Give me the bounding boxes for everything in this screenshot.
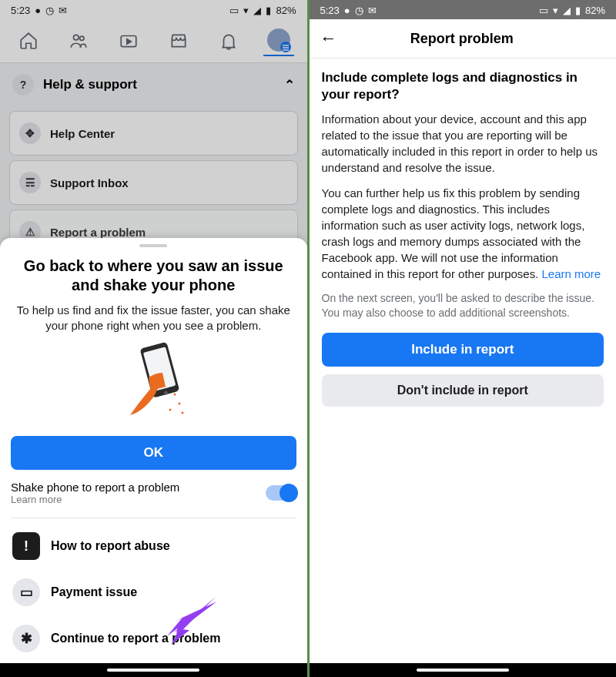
- report-bottom-sheet: Go back to where you saw an issue and sh…: [0, 238, 307, 677]
- chat-icon: ●: [344, 5, 350, 16]
- alert-square-icon: !: [12, 532, 40, 560]
- help-center-label: Help Center: [50, 127, 115, 140]
- home-tab-icon[interactable]: [13, 25, 44, 56]
- svg-point-0: [73, 35, 79, 40]
- sheet-title: Go back to where you saw an issue and sh…: [0, 253, 307, 298]
- card-icon: ▭: [12, 578, 40, 606]
- clock-icon: ◷: [45, 5, 54, 16]
- shake-toggle-label: Shake phone to report a problem: [11, 481, 179, 494]
- lifebuoy-icon: ✥: [19, 122, 41, 144]
- svg-point-12: [179, 403, 181, 405]
- notifications-tab-icon[interactable]: [213, 25, 244, 56]
- question-icon: ?: [12, 74, 34, 96]
- how-to-report-abuse-row[interactable]: ! How to report abuse: [0, 523, 307, 569]
- abuse-label: How to report abuse: [51, 539, 170, 553]
- continue-report-row[interactable]: ✱ Continue to report a problem: [0, 615, 307, 662]
- gesture-bar[interactable]: [310, 663, 617, 677]
- shake-toggle-row[interactable]: Shake phone to report a problem Learn mo…: [0, 478, 307, 513]
- shake-phone-illustration: [107, 342, 199, 427]
- facebook-tabbar: [0, 19, 307, 63]
- help-center-row[interactable]: ✥ Help Center: [9, 111, 298, 156]
- svg-point-14: [182, 412, 184, 414]
- support-inbox-row[interactable]: ☴ Support Inbox: [9, 160, 298, 205]
- chevron-up-icon: ⌃: [284, 77, 295, 93]
- status-bar: 5:23 ● ◷ ✉ ▭ ▾ ◢ ▮ 82%: [310, 0, 617, 19]
- report-problem-label: Report a problem: [50, 226, 146, 239]
- friends-tab-icon[interactable]: [63, 25, 94, 56]
- chat-icon: ●: [35, 5, 41, 16]
- svg-point-11: [174, 394, 176, 396]
- continue-label: Continue to report a problem: [51, 632, 220, 645]
- watch-tab-icon[interactable]: [113, 25, 144, 56]
- include-logs-heading: Include complete logs and diagnostics in…: [322, 69, 604, 103]
- vibrate-icon: ▭: [229, 5, 239, 16]
- include-in-report-button[interactable]: Include in report: [322, 333, 604, 367]
- menu-tab-icon[interactable]: [263, 25, 294, 56]
- info-paragraph-1: Information about your device, account a…: [322, 111, 604, 176]
- report-header-title: Report problem: [319, 31, 606, 47]
- status-time: 5:23: [11, 5, 30, 16]
- next-screen-hint: On the next screen, you'll be asked to d…: [322, 291, 604, 320]
- mail-icon: ✉: [368, 5, 377, 16]
- payment-issue-row[interactable]: ▭ Payment issue: [0, 569, 307, 615]
- status-time: 5:23: [320, 5, 340, 16]
- inbox-icon: ☴: [19, 172, 41, 193]
- battery-icon: ▮: [575, 5, 581, 16]
- vibrate-icon: ▭: [539, 5, 548, 16]
- drag-handle[interactable]: [139, 244, 167, 247]
- gesture-bar[interactable]: [0, 663, 307, 677]
- info-paragraph-2: You can further help us fix this problem…: [322, 185, 604, 282]
- battery-icon: ▮: [266, 5, 271, 16]
- wifi-icon: ▾: [243, 5, 249, 16]
- help-support-label: Help & support: [43, 77, 137, 92]
- battery-pct: 82%: [585, 5, 605, 16]
- learn-more-link[interactable]: Learn more: [542, 267, 601, 280]
- divider: [11, 518, 296, 518]
- svg-point-4: [280, 42, 291, 52]
- report-header: ← Report problem: [310, 19, 617, 59]
- shake-toggle-switch[interactable]: [266, 485, 296, 501]
- dont-include-button[interactable]: Don't include in report: [322, 374, 604, 407]
- help-support-header[interactable]: ? Help & support ⌃: [0, 63, 307, 106]
- bug-icon: ✱: [12, 625, 40, 652]
- shake-toggle-sublabel[interactable]: Learn more: [11, 494, 179, 505]
- status-bar: 5:23 ● ◷ ✉ ▭ ▾ ◢ ▮ 82%: [0, 0, 307, 19]
- signal-icon: ◢: [563, 5, 571, 16]
- battery-pct: 82%: [276, 5, 296, 16]
- clock-icon: ◷: [355, 5, 363, 16]
- ok-button[interactable]: OK: [11, 436, 296, 470]
- svg-point-13: [169, 409, 172, 411]
- payment-label: Payment issue: [51, 585, 137, 599]
- marketplace-tab-icon[interactable]: [163, 25, 194, 56]
- signal-icon: ◢: [253, 5, 261, 16]
- sheet-subtitle: To help us find and fix the issue faster…: [0, 298, 307, 339]
- svg-point-1: [79, 36, 83, 40]
- support-inbox-label: Support Inbox: [50, 176, 129, 189]
- mail-icon: ✉: [59, 5, 67, 16]
- wifi-icon: ▾: [553, 5, 558, 16]
